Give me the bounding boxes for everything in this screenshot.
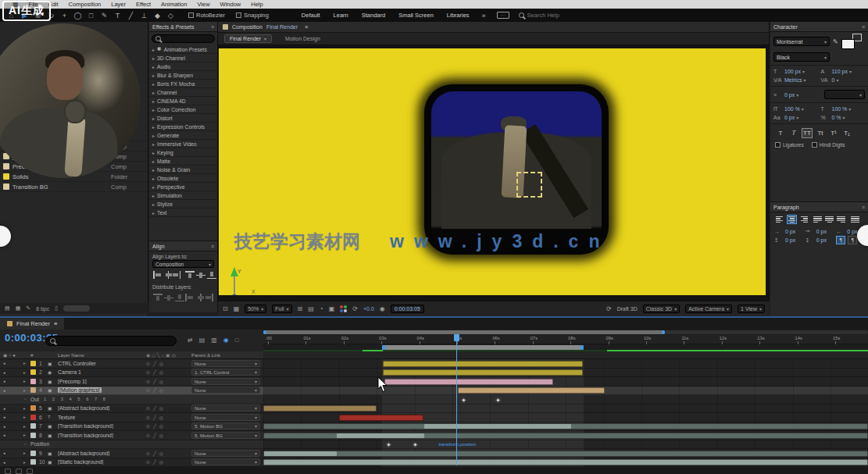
project-item[interactable]: Transition BGComp: [0, 182, 148, 192]
effect-category[interactable]: ▸Perspective: [149, 183, 217, 191]
property-row[interactable]: ◔Out1 2 3 4 5 6 7 8: [0, 395, 263, 405]
refresh-icon[interactable]: ⟳: [606, 305, 612, 312]
effect-category[interactable]: ▸Obsolete: [149, 174, 217, 183]
twirl-icon[interactable]: ▸: [152, 90, 155, 95]
layer-label-swatch[interactable]: [30, 451, 39, 456]
align-panel-header[interactable]: Align ≡: [149, 241, 217, 251]
twirl-icon[interactable]: ▸: [152, 116, 155, 121]
transparency-grid-icon[interactable]: ▤: [308, 305, 314, 312]
rotobezier-toggle[interactable]: RotoBezier: [188, 12, 225, 19]
video-toggle[interactable]: ●: [0, 379, 23, 383]
parent-link-dropdown[interactable]: 5. Motion BG▾: [191, 432, 263, 439]
layer-label-swatch[interactable]: [30, 433, 39, 438]
effect-category[interactable]: ▸Keying: [149, 148, 217, 157]
tsume-field[interactable]: %0 %▾: [821, 115, 866, 120]
layer-row[interactable]: ●▸6TTexture⊙╱◎None▾: [0, 413, 263, 422]
effect-category[interactable]: ▸Generate: [149, 131, 217, 140]
layer-row[interactable]: ●▸10▣[Static background]⊙╱◎None▾: [0, 458, 263, 468]
twirl-icon[interactable]: ▸: [152, 133, 155, 138]
menu-item-layer[interactable]: Layer: [111, 1, 126, 8]
layer-row[interactable]: ●▸3▣[Precomp 1]⊙╱◎None▾: [0, 377, 263, 387]
layer-duration-row[interactable]: [263, 359, 868, 369]
effect-category[interactable]: ▸CINEMA 4D: [149, 97, 217, 105]
twirl-icon[interactable]: ▸: [23, 370, 30, 375]
paragraph-align-button-r[interactable]: [799, 215, 809, 224]
layer-duration-bar[interactable]: [263, 405, 377, 412]
parent-link-value[interactable]: None▾: [191, 414, 260, 421]
twirl-icon[interactable]: ▸: [152, 55, 155, 61]
parent-link-dropdown[interactable]: None▾: [191, 378, 263, 385]
text-direction-ltr-button[interactable]: ¶: [836, 236, 845, 244]
layer-label-swatch[interactable]: [30, 387, 39, 393]
paragraph-align-button-jr[interactable]: [837, 215, 847, 224]
layer-name[interactable]: [Transition background]: [58, 423, 146, 429]
layer-duration-row[interactable]: [263, 405, 868, 414]
font-style-dropdown[interactable]: Black ▾: [773, 52, 830, 62]
space-before-field[interactable]: ↥0 px: [774, 236, 802, 244]
layer-duration-bar[interactable]: [384, 379, 553, 385]
twirl-icon[interactable]: ▸: [152, 107, 155, 112]
parent-link-value[interactable]: None▾: [191, 387, 260, 394]
panel-menu-icon[interactable]: ≡: [862, 205, 865, 210]
twirl-icon[interactable]: ▸: [152, 150, 155, 155]
faux-style-button-5[interactable]: T₁: [841, 128, 852, 138]
tool-icon-12[interactable]: ◇: [164, 12, 177, 20]
parent-link-dropdown[interactable]: None▾: [191, 405, 263, 412]
time-ruler[interactable]: :0001s02s03s04s05s06s07s08s09s10s11s12s1…: [263, 335, 868, 344]
parent-link-dropdown[interactable]: 5. Motion BG▾: [191, 422, 263, 429]
effect-category[interactable]: ▸Distort: [149, 114, 217, 123]
twirl-icon[interactable]: ▸: [23, 361, 30, 365]
stopwatch-icon[interactable]: ◔: [23, 397, 30, 401]
horizontal-scale-field[interactable]: T100 %▾: [821, 106, 866, 112]
parent-link-value[interactable]: 5. Motion BG▾: [191, 422, 260, 429]
tool-icon-9[interactable]: ╱: [124, 12, 138, 20]
motion-blur-icon[interactable]: □: [235, 337, 239, 344]
character-panel-header[interactable]: Character ≡: [770, 22, 868, 32]
layer-switches[interactable]: ⊙╱◎: [146, 451, 191, 456]
effect-category[interactable]: ▸Blur & Sharpen: [149, 71, 217, 80]
workspace-standard[interactable]: Standard: [362, 12, 385, 19]
snapshot-icon[interactable]: ▦: [234, 305, 240, 312]
parent-link-value[interactable]: None▾: [191, 405, 260, 412]
layer-name[interactable]: [Abstract background]: [58, 451, 146, 456]
panel-menu-icon[interactable]: ≡: [54, 320, 57, 327]
effect-category[interactable]: ▸Text: [149, 208, 217, 217]
video-toggle[interactable]: ●: [0, 406, 23, 411]
paragraph-panel-header[interactable]: Paragraph ≡: [770, 202, 868, 212]
effect-category[interactable]: ▸Stylize: [149, 200, 217, 208]
video-toggle[interactable]: ●: [0, 361, 23, 365]
layer-label-swatch[interactable]: [30, 361, 39, 366]
align-l-button[interactable]: [153, 271, 159, 279]
bit-depth-label[interactable]: 8 bpc: [36, 306, 49, 312]
layer-name[interactable]: Texture: [58, 415, 146, 420]
keyframe-diamond[interactable]: [413, 442, 418, 447]
stroke-width-field[interactable]: ≡0 px▾: [773, 92, 821, 98]
faux-style-button-4[interactable]: T¹: [828, 128, 839, 138]
help-search[interactable]: [519, 12, 600, 19]
tool-icon-5[interactable]: ◯: [71, 12, 84, 20]
composition-name[interactable]: Final Render: [266, 24, 298, 30]
snapping-toggle[interactable]: Snapping: [236, 12, 269, 19]
paragraph-align-button-jc[interactable]: [824, 215, 834, 224]
tracking-field[interactable]: VA0▾: [821, 77, 866, 83]
twirl-icon[interactable]: ▸: [23, 451, 30, 455]
twirl-icon[interactable]: ▸: [152, 64, 155, 69]
layer-name[interactable]: [Precomp 1]: [58, 379, 146, 384]
paragraph-align-button-jl[interactable]: [812, 215, 822, 224]
layer-switches[interactable]: ⊙╱◎: [146, 423, 191, 429]
layer-switches[interactable]: ⊙╱◎: [146, 379, 191, 384]
tool-icon-8[interactable]: T: [111, 12, 124, 20]
playhead-line[interactable]: [456, 334, 457, 465]
workspace-overflow-button[interactable]: »: [482, 12, 486, 20]
effect-category[interactable]: ▸✱Animation Presets: [149, 45, 217, 54]
frame-blending-icon[interactable]: ◉: [223, 337, 229, 344]
layer-row[interactable]: ●▸4▣[Motion graphics]⊙╱◎None▾: [0, 387, 263, 396]
align-t-button[interactable]: [185, 271, 191, 279]
align-hc-button[interactable]: [164, 271, 170, 279]
region-of-interest-icon[interactable]: ⊞: [298, 305, 303, 312]
parent-link-value[interactable]: None▾: [191, 360, 260, 367]
faux-style-button-0[interactable]: T: [775, 128, 786, 138]
video-toggle[interactable]: ●: [0, 451, 23, 455]
twirl-icon[interactable]: ▸: [23, 415, 30, 419]
paragraph-align-button-ja[interactable]: [849, 215, 859, 224]
